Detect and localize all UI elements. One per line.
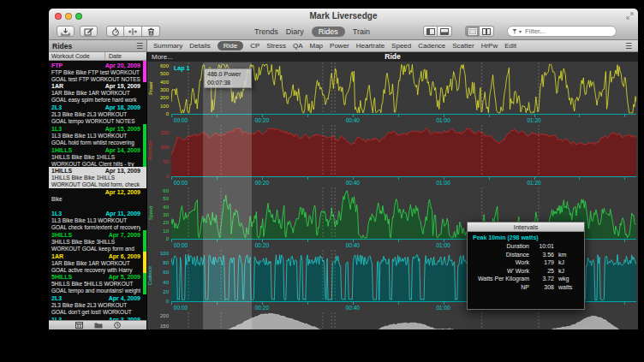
- split-button[interactable]: [124, 26, 142, 37]
- y-tick-label: 0: [152, 299, 169, 304]
- clock-icon[interactable]: [114, 322, 121, 329]
- column-date[interactable]: Date: [105, 52, 122, 60]
- intervals-popup-title[interactable]: Intervals: [468, 223, 584, 232]
- chart-altitude-plot[interactable]: Altitude200150100: [171, 312, 636, 329]
- compose-button[interactable]: [80, 26, 98, 37]
- y-tick-label: 0: [152, 236, 169, 241]
- y-tick-label: 200: [152, 95, 169, 100]
- minimize-button[interactable]: [65, 13, 72, 20]
- intervals-popup-body: Peak 10min (298 watts) Duration10:01Dist…: [468, 232, 584, 294]
- ride-row[interactable]: Apr 12, 2009Bike: [49, 188, 146, 210]
- scope-tab-diary[interactable]: Diary: [286, 27, 304, 37]
- ride-row[interactable]: 2L3Apr 18, 20092L3 Bike Bike 2L3 WORKOUT…: [49, 104, 146, 125]
- view-tab-edit[interactable]: Edit: [504, 42, 516, 50]
- tiled-view-button[interactable]: [465, 26, 480, 37]
- y-tick-label: 10: [152, 228, 169, 234]
- ride-row[interactable]: 1ARApr 19, 20091AR Bike Bike 1AR WORKOUT…: [49, 82, 146, 104]
- fullscreen-icon[interactable]: [626, 12, 634, 20]
- more-button[interactable]: More...: [152, 52, 173, 62]
- interval-stat-value: 3.56: [532, 251, 554, 259]
- ride-workout-code: 1AR: [51, 253, 63, 260]
- y-tick-label: 60: [152, 188, 169, 193]
- view-tab-qa[interactable]: QA: [293, 42, 303, 50]
- zoom-button[interactable]: [75, 13, 82, 20]
- chart-altitude[interactable]: Altitude20015010000:0000:2000:4001:0001:…: [171, 312, 638, 329]
- filter-input[interactable]: [523, 27, 611, 36]
- ride-description: 3HILLS Bike Bike 3HILLS: [51, 239, 140, 246]
- interval-stat-row: Duration10:01: [473, 242, 579, 251]
- interval-stat-label: NP: [473, 283, 529, 292]
- view-tab-row: Rides ☰ SummaryDetailsRideCPStressQAMapP…: [49, 40, 638, 52]
- stopwatch-button[interactable]: [106, 26, 124, 37]
- scope-tab-train[interactable]: Train: [353, 27, 370, 37]
- ride-row[interactable]: 1HILLSApr 14, 20091HILLS Bike Bike 1HILL…: [49, 145, 146, 167]
- filter-field[interactable]: ▾: [507, 26, 617, 37]
- ride-row[interactable]: 1L3Apr 15, 20091L3 Bike Bike 1L3 WORKOUT…: [49, 124, 146, 145]
- view-tab-cadence[interactable]: Cadence: [418, 42, 445, 50]
- view-tab-summary[interactable]: Summary: [153, 42, 182, 50]
- scope-tab-rides[interactable]: Rides: [312, 27, 345, 37]
- view-tab-power[interactable]: Power: [330, 42, 349, 50]
- chart-heartrate-plot[interactable]: Heartrate150100500: [171, 125, 636, 176]
- ride-row[interactable]: 1L3Apr 11, 20091L3 Bike Bike 1L3 WORKOUT…: [49, 210, 146, 231]
- ride-row[interactable]: 1HILLSApr 13, 20091HILLS Bike Bike 1HILL…: [49, 167, 146, 188]
- interval-stat-value: 10:01: [532, 242, 554, 251]
- ride-description: 1HILLS Bike Bike 1HILLS: [51, 175, 140, 181]
- view-tab-heartrate[interactable]: Heartrate: [356, 42, 385, 50]
- ride-description: 1AR Bike Bike 1AR WORKOUT: [51, 90, 140, 97]
- sidebar-menu-icon[interactable]: ☰: [136, 42, 143, 50]
- view-tab-speed[interactable]: Speed: [391, 42, 411, 50]
- chart-power[interactable]: Power6005004003002001000Lap 1486.0 Power…: [171, 62, 638, 124]
- close-button[interactable]: [55, 13, 62, 20]
- intervals-popup: Intervals Peak 10min (298 watts) Duratio…: [467, 222, 585, 310]
- y-tick-label: 0: [152, 174, 169, 179]
- ride-row[interactable]: 5HILLSApr 5, 20095HILLS Bike 5HILLS WORK…: [49, 273, 146, 294]
- y-tick-label: 40: [152, 205, 169, 210]
- ride-row[interactable]: FTPApr 20, 2009FTP Bike Bike FTP test WO…: [49, 61, 146, 82]
- view-tab-details[interactable]: Details: [189, 42, 210, 50]
- ride-row[interactable]: 3HILLSApr 7, 20093HILLS Bike Bike 3HILLS…: [49, 230, 146, 252]
- import-button[interactable]: [57, 26, 75, 37]
- y-tick-label: 50: [152, 159, 169, 164]
- ride-row[interactable]: 2L3Apr 4, 20092L3 Bike Bike 2L3 WORKOUTG…: [49, 294, 146, 316]
- view-tab-hrpw[interactable]: HrPw: [481, 42, 498, 50]
- view-menu-icon[interactable]: ☰: [625, 42, 632, 50]
- ride-date: Apr 5, 2009: [109, 274, 140, 281]
- titlebar[interactable]: Mark Liversedge: [49, 9, 638, 23]
- ride-row[interactable]: 1ARApr 6, 20091AR Bike Bike 1AR WORKOUTG…: [49, 252, 146, 273]
- ride-workout-code: 1L3: [51, 211, 62, 217]
- interval-heading: Peak 10min (298 watts): [473, 234, 579, 240]
- calendar-icon[interactable]: [75, 322, 83, 329]
- ride-description: 2L3 Bike Bike 2L3 WORKOUT: [51, 111, 140, 118]
- view-tab-scatter[interactable]: Scatter: [452, 42, 474, 50]
- view-tab-stress[interactable]: Stress: [266, 42, 286, 50]
- toggle-lowbar-button[interactable]: [438, 26, 452, 37]
- y-tick-label: 200: [152, 313, 169, 318]
- scope-tab-trends[interactable]: Trends: [254, 27, 278, 37]
- x-tick-label: 00:20: [251, 305, 273, 312]
- y-tick-label: 300: [152, 87, 169, 92]
- ride-color-strip: [143, 145, 146, 167]
- y-tick-label: 100: [152, 104, 169, 109]
- ride-color-strip: [143, 61, 146, 82]
- x-tick-label: 00:40: [342, 305, 364, 312]
- toggle-sidebar-button[interactable]: [423, 26, 438, 37]
- ride-date: Apr 20, 2009: [105, 62, 140, 69]
- view-tab-ride[interactable]: Ride: [218, 41, 243, 50]
- x-tick-label: 00:40: [342, 180, 364, 187]
- interval-stat-label: W' Work: [473, 267, 529, 276]
- view-title-bar: More... Ride: [147, 52, 638, 62]
- view-tab-map[interactable]: Map: [310, 42, 324, 50]
- view-tab-cp[interactable]: CP: [250, 42, 259, 50]
- chart-heartrate[interactable]: Heartrate15010050000:0000:2000:4001:0001…: [171, 125, 638, 187]
- tabbed-view-button[interactable]: [480, 26, 494, 37]
- column-workout-code[interactable]: Workout Code: [49, 52, 105, 60]
- x-tick-label: 01:00: [432, 242, 455, 249]
- ride-description: FTP Bike Bike FTP test WORKOUT: [51, 69, 140, 76]
- chart-power-plot[interactable]: Power6005004003002001000Lap 1486.0 Power…: [171, 62, 636, 114]
- x-tick-label: 01:00: [432, 305, 455, 312]
- folder-icon[interactable]: [94, 322, 103, 329]
- trash-button[interactable]: [142, 26, 160, 37]
- window-title: Mark Liversedge: [49, 9, 638, 23]
- ride-date: Apr 13, 2009: [105, 168, 140, 175]
